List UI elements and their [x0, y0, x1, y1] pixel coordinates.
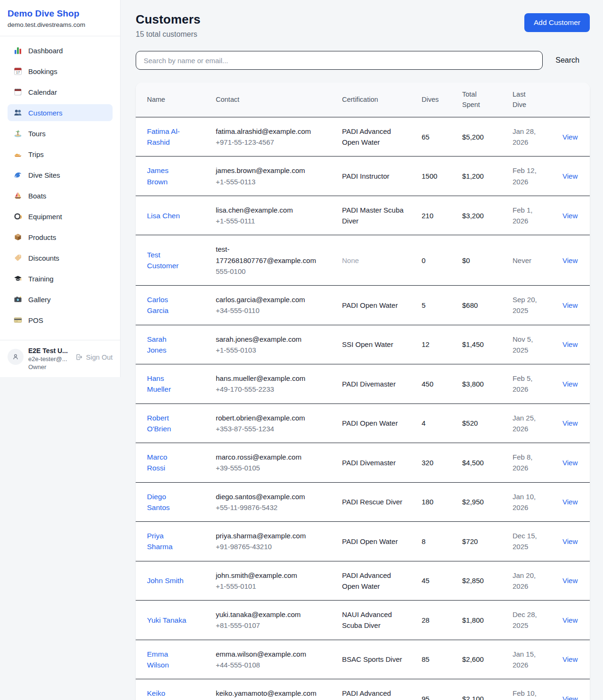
customer-phone: +39-555-0105 [216, 462, 327, 473]
sidebar-item-discounts[interactable]: Discounts [8, 249, 113, 266]
table-row: Fatima Al-Rashid fatima.alrashid@example… [136, 117, 590, 156]
customer-name-link[interactable]: Fatima Al-Rashid [147, 126, 187, 148]
customer-last-dive: Feb 1, 2026 [501, 196, 551, 235]
sidebar-item-dive-sites[interactable]: Dive Sites [8, 166, 113, 183]
column-header-total-spent: Total Spent [451, 82, 501, 117]
customer-last-dive: Never [501, 235, 551, 286]
island-icon [13, 129, 23, 138]
sidebar-item-calendar[interactable]: Calendar [8, 83, 113, 100]
table-row: Lisa Chen lisa.chen@example.com +1-555-0… [136, 196, 590, 235]
sidebar-item-label: Bookings [28, 67, 57, 75]
customer-name-link[interactable]: Robert O'Brien [147, 412, 187, 435]
view-customer-link[interactable]: View [562, 695, 578, 700]
table-row: Carlos Garcia carlos.garcia@example.com … [136, 286, 590, 325]
customer-name-link[interactable]: Keiko Yamamoto [147, 688, 187, 700]
sidebar-item-pos[interactable]: POS [8, 312, 113, 329]
customer-dives: 5 [410, 286, 451, 325]
customer-email: hans.mueller@example.com [216, 373, 326, 384]
view-customer-link[interactable]: View [562, 172, 578, 180]
customer-certification: PADI Advanced Open Water [331, 561, 410, 601]
customer-total-spent: $3,200 [451, 196, 501, 235]
customer-last-dive: Nov 5, 2025 [501, 325, 551, 364]
customer-phone: +49-170-555-2233 [216, 384, 327, 395]
customer-phone: +1-555-0113 [216, 176, 327, 187]
customer-name-link[interactable]: Hans Mueller [147, 373, 187, 395]
customer-last-dive: Sep 20, 2025 [501, 286, 551, 325]
customer-name-link[interactable]: Lisa Chen [147, 210, 180, 221]
view-customer-link[interactable]: View [562, 655, 578, 663]
customer-email: diego.santos@example.com [216, 491, 326, 502]
customer-dives: 85 [410, 640, 451, 679]
search-button[interactable]: Search [555, 56, 579, 65]
customer-name-link[interactable]: Marco Rossi [147, 452, 187, 474]
customer-name-link[interactable]: John Smith [147, 575, 184, 586]
customer-dives: 1500 [410, 156, 451, 196]
customer-certification: PADI Open Water [331, 404, 410, 443]
view-customer-link[interactable]: View [562, 576, 578, 585]
view-customer-link[interactable]: View [562, 212, 578, 220]
spiral-calendar-icon [13, 87, 23, 97]
sidebar-item-tours[interactable]: Tours [8, 125, 113, 142]
view-customer-link[interactable]: View [562, 419, 578, 427]
sign-out-button[interactable]: Sign Out [75, 353, 113, 361]
customer-name-link[interactable]: Carlos Garcia [147, 294, 187, 316]
user-role: Owner [28, 363, 68, 371]
view-customer-link[interactable]: View [562, 537, 578, 545]
view-customer-link[interactable]: View [562, 459, 578, 467]
add-customer-button[interactable]: Add Customer [524, 13, 590, 32]
table-row: Priya Sharma priya.sharma@example.com +9… [136, 522, 590, 561]
sidebar-item-equipment[interactable]: Equipment [8, 208, 113, 225]
table-row: Robert O'Brien robert.obrien@example.com… [136, 404, 590, 443]
view-customer-link[interactable]: View [562, 301, 578, 309]
customer-name-link[interactable]: Emma Wilson [147, 649, 187, 671]
customer-dives: 12 [410, 325, 451, 364]
customer-certification: PADI Master Scuba Diver [331, 196, 410, 235]
customer-certification: PADI Open Water [331, 286, 410, 325]
sidebar-item-training[interactable]: Training [8, 270, 113, 287]
svg-text:17: 17 [16, 70, 20, 74]
sidebar-item-bookings[interactable]: 17 Bookings [8, 63, 113, 80]
table-header-row: Name Contact Certification Dives Total S… [136, 82, 590, 117]
customer-name-link[interactable]: Diego Santos [147, 491, 187, 513]
sidebar-item-label: Training [28, 275, 54, 283]
customer-email: emma.wilson@example.com [216, 649, 326, 659]
sidebar-item-label: Calendar [28, 88, 57, 96]
sidebar-item-customers[interactable]: Customers [8, 104, 113, 121]
customer-phone: +1-555-0103 [216, 345, 327, 355]
customer-total-spent: $4,500 [451, 443, 501, 483]
customer-email: carlos.garcia@example.com [216, 294, 326, 305]
customer-certification: PADI Open Water [331, 522, 410, 561]
table-row: Diego Santos diego.santos@example.com +5… [136, 482, 590, 522]
customer-name-link[interactable]: Priya Sharma [147, 530, 187, 552]
sidebar-item-trips[interactable]: Trips [8, 146, 113, 163]
view-customer-link[interactable]: View [562, 133, 578, 141]
customer-name-link[interactable]: Yuki Tanaka [147, 615, 186, 626]
shop-name: Demo Dive Shop [8, 8, 113, 19]
avatar [8, 349, 24, 365]
customer-email: lisa.chen@example.com [216, 205, 326, 215]
sidebar-item-dashboard[interactable]: Dashboard [8, 42, 113, 59]
customer-dives: 180 [410, 482, 451, 522]
sidebar-item-gallery[interactable]: Gallery [8, 291, 113, 308]
customer-name-link[interactable]: Test Customer [147, 249, 187, 272]
view-customer-link[interactable]: View [562, 380, 578, 388]
search-input[interactable] [136, 51, 543, 70]
customer-name-link[interactable]: James Brown [147, 165, 187, 187]
view-customer-link[interactable]: View [562, 256, 578, 264]
sidebar-item-boats[interactable]: Boats [8, 187, 113, 204]
customer-dives: 450 [410, 364, 451, 404]
customer-last-dive: Dec 28, 2025 [501, 601, 551, 640]
customer-email: priya.sharma@example.com [216, 530, 326, 541]
column-header-last-dive: Last Dive [501, 82, 551, 117]
sidebar-item-label: Tours [28, 130, 46, 138]
sidebar-item-products[interactable]: Products [8, 229, 113, 246]
customer-email: fatima.alrashid@example.com [216, 126, 326, 137]
customer-phone: 555-0100 [216, 266, 327, 277]
view-customer-link[interactable]: View [562, 340, 578, 348]
customer-last-dive: Feb 10, 2026 [501, 679, 551, 700]
customer-name-link[interactable]: Sarah Jones [147, 334, 187, 356]
customer-certification: None [331, 235, 410, 286]
view-customer-link[interactable]: View [562, 616, 578, 624]
view-customer-link[interactable]: View [562, 498, 578, 506]
table-row: Sarah Jones sarah.jones@example.com +1-5… [136, 325, 590, 364]
